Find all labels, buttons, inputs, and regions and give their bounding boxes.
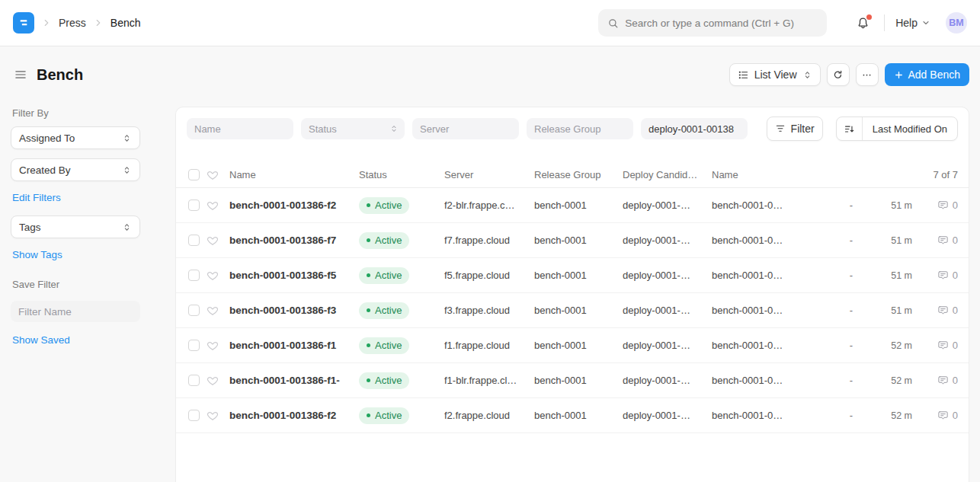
status-label: Active bbox=[375, 410, 402, 421]
notification-dot bbox=[866, 14, 872, 20]
cell-name2: bench-0001-0… bbox=[712, 235, 830, 246]
status-filter-label: Status bbox=[309, 123, 337, 135]
cell-comments: 0 bbox=[912, 270, 958, 281]
created-by-select[interactable]: Created By bbox=[11, 158, 140, 181]
table-row[interactable]: bench-0001-001386-f2 Active f2.frappe.cl… bbox=[176, 398, 969, 433]
favorite-icon[interactable] bbox=[207, 200, 229, 212]
status-label: Active bbox=[375, 375, 402, 386]
favorite-icon[interactable] bbox=[207, 305, 229, 317]
cell-comments: 0 bbox=[912, 200, 958, 211]
header-actions: List View Add Bench bbox=[729, 63, 969, 86]
comment-count: 0 bbox=[953, 340, 958, 351]
global-search-input[interactable] bbox=[625, 18, 818, 29]
table-row[interactable]: bench-0001-001386-f2 Active f2-blr.frapp… bbox=[176, 188, 969, 223]
status-badge: Active bbox=[359, 407, 409, 424]
comment-icon bbox=[937, 235, 949, 246]
status-dot-icon bbox=[367, 308, 370, 312]
add-bench-button[interactable]: Add Bench bbox=[885, 63, 970, 86]
help-menu[interactable]: Help bbox=[895, 17, 930, 29]
global-search[interactable] bbox=[598, 9, 827, 37]
cell-status: Active bbox=[359, 302, 444, 319]
page-header: Bench List View bbox=[12, 62, 969, 88]
cell-comments: 0 bbox=[912, 305, 958, 316]
row-checkbox[interactable] bbox=[188, 410, 200, 421]
cell-assignee: - bbox=[830, 270, 873, 281]
row-checkbox[interactable] bbox=[188, 200, 200, 211]
edit-filters-link[interactable]: Edit Filters bbox=[12, 192, 61, 203]
status-dot-icon bbox=[367, 343, 370, 347]
cell-status: Active bbox=[359, 267, 444, 284]
row-checkbox[interactable] bbox=[188, 270, 200, 281]
result-count: 7 of 7 bbox=[830, 169, 958, 180]
created-by-label: Created By bbox=[19, 164, 71, 176]
assigned-to-select[interactable]: Assigned To bbox=[11, 126, 140, 149]
table-row[interactable]: bench-0001-001386-f1 Active f1.frappe.cl… bbox=[176, 328, 969, 363]
table-row[interactable]: bench-0001-001386-f5 Active f5.frappe.cl… bbox=[176, 258, 969, 293]
status-dot-icon bbox=[367, 273, 370, 277]
name-filter-input[interactable] bbox=[187, 118, 293, 139]
row-checkbox[interactable] bbox=[188, 305, 200, 316]
cell-name2: bench-0001-0… bbox=[712, 340, 830, 351]
favorite-icon[interactable] bbox=[207, 270, 229, 282]
refresh-button[interactable] bbox=[827, 63, 850, 86]
breadcrumb-press[interactable]: Press bbox=[59, 17, 86, 29]
table-row[interactable]: bench-0001-001386-f3 Active f3.frappe.cl… bbox=[176, 293, 969, 328]
comment-count: 0 bbox=[953, 305, 958, 316]
cell-server: f2.frappe.cloud bbox=[444, 410, 534, 421]
row-checkbox[interactable] bbox=[188, 375, 200, 386]
notifications-button[interactable] bbox=[853, 13, 873, 34]
cell-modified: 51 m bbox=[873, 235, 912, 246]
show-tags-link[interactable]: Show Tags bbox=[12, 249, 62, 260]
row-checkbox[interactable] bbox=[188, 235, 200, 246]
filter-by-label: Filter By bbox=[12, 107, 139, 119]
tags-select[interactable]: Tags bbox=[11, 215, 140, 238]
bench-list-card: Status Filter Last Modified On bbox=[175, 107, 969, 482]
status-label: Active bbox=[375, 305, 402, 316]
favorite-icon[interactable] bbox=[207, 410, 229, 422]
cell-assignee: - bbox=[830, 235, 873, 246]
table-row[interactable]: bench-0001-001386-f1- Active f1-blr.frap… bbox=[176, 363, 969, 398]
cell-server: f7.frappe.cloud bbox=[444, 235, 534, 246]
view-selector-button[interactable]: List View bbox=[729, 63, 821, 86]
cell-comments: 0 bbox=[912, 340, 958, 351]
avatar[interactable]: BM bbox=[946, 12, 967, 34]
cell-bench-name: bench-0001-001386-f1- bbox=[229, 375, 359, 386]
cell-comments: 0 bbox=[912, 235, 958, 246]
cell-release-group: bench-0001 bbox=[534, 340, 623, 351]
favorite-icon[interactable] bbox=[207, 235, 229, 247]
chevron-right-icon bbox=[93, 18, 104, 28]
filter-button-label: Filter bbox=[791, 123, 815, 135]
more-actions-button[interactable] bbox=[856, 63, 879, 86]
filter-button[interactable]: Filter bbox=[767, 117, 823, 141]
deploy-candidate-filter-input[interactable] bbox=[641, 118, 748, 139]
show-saved-link[interactable]: Show Saved bbox=[12, 334, 70, 346]
page-body: Bench List View bbox=[0, 46, 980, 482]
server-filter-input[interactable] bbox=[412, 118, 519, 139]
cell-modified: 51 m bbox=[873, 200, 912, 211]
row-checkbox[interactable] bbox=[188, 340, 200, 351]
select-all-checkbox[interactable] bbox=[188, 169, 200, 180]
chevron-up-down-icon bbox=[802, 70, 812, 80]
frappe-logo[interactable] bbox=[13, 12, 34, 34]
cell-bench-name: bench-0001-001386-f2 bbox=[229, 200, 359, 211]
status-filter-select[interactable]: Status bbox=[301, 118, 405, 139]
release-group-filter-input[interactable] bbox=[527, 118, 633, 139]
filter-name-input[interactable] bbox=[11, 301, 140, 322]
cell-assignee: - bbox=[830, 340, 873, 351]
list-filter-toolbar: Status Filter Last Modified On bbox=[176, 107, 969, 148]
favorite-header-icon[interactable] bbox=[207, 169, 229, 181]
sidebar-toggle-button[interactable] bbox=[12, 66, 29, 83]
cell-bench-name: bench-0001-001386-f7 bbox=[229, 235, 359, 246]
sort-control[interactable]: Last Modified On bbox=[836, 117, 958, 141]
plus-icon bbox=[894, 70, 904, 80]
cell-assignee: - bbox=[830, 375, 873, 386]
table-row[interactable]: bench-0001-001386-f7 Active f7.frappe.cl… bbox=[176, 223, 969, 258]
favorite-icon[interactable] bbox=[207, 375, 229, 387]
favorite-icon[interactable] bbox=[207, 340, 229, 352]
comment-icon bbox=[937, 340, 949, 351]
sort-field-label: Last Modified On bbox=[862, 117, 957, 140]
breadcrumb-bench[interactable]: Bench bbox=[110, 17, 141, 29]
cell-comments: 0 bbox=[912, 410, 958, 421]
add-bench-label: Add Bench bbox=[908, 69, 961, 81]
chevron-up-down-icon bbox=[122, 133, 132, 143]
